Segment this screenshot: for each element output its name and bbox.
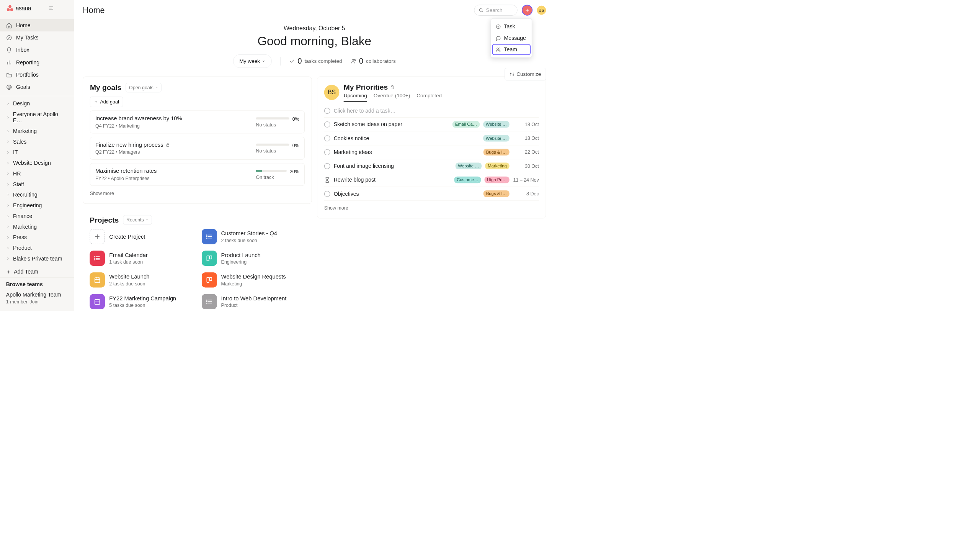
task-tag[interactable]: High Pri… xyxy=(484,177,509,184)
add-goal-label: Add goal xyxy=(100,99,119,105)
task-row[interactable]: Font and image licensing Website …Market… xyxy=(324,159,539,173)
section-item[interactable]: Engineering xyxy=(0,200,74,211)
priorities-card: BS My Priorities UpcomingOverdue (100+)C… xyxy=(317,77,546,218)
goal-item[interactable]: Maximise retention rates FY22 • Apollo E… xyxy=(90,163,305,186)
goals-filter-label: Open goals xyxy=(129,85,154,90)
search-input[interactable]: Search xyxy=(474,5,517,15)
task-row[interactable]: Cookies notice Website … 18 Oct xyxy=(324,131,539,145)
project-tile[interactable]: Email Calendar 1 task due soon xyxy=(90,251,193,266)
customize-button[interactable]: Customize xyxy=(505,68,546,80)
project-tile[interactable]: FY22 Marketing Campaign 5 tasks due soon xyxy=(90,294,193,309)
section-label: Press xyxy=(13,234,27,240)
section-label: Everyone at Apollo E… xyxy=(13,111,68,124)
section-item[interactable]: Press xyxy=(0,232,74,243)
task-row[interactable]: Objectives Bugs & I… 8 Dec xyxy=(324,187,539,201)
task-row[interactable]: Marketing ideas Bugs & I… 22 Oct xyxy=(324,145,539,159)
task-row[interactable]: Sketch some ideas on paper Email Ca…Webs… xyxy=(324,118,539,131)
section-item[interactable]: Website Design xyxy=(0,157,74,168)
project-tile[interactable]: Product Launch Engineering xyxy=(202,251,305,266)
task-checkbox[interactable] xyxy=(324,163,330,169)
task-tag[interactable]: Marketing xyxy=(485,163,509,170)
collapse-sidebar-button[interactable] xyxy=(48,5,54,11)
global-add-button[interactable]: Task Message Team xyxy=(522,5,532,15)
section-item[interactable]: Everyone at Apollo E… xyxy=(0,109,74,126)
task-tag[interactable]: Website … xyxy=(483,121,510,128)
user-avatar[interactable]: BS xyxy=(537,6,546,15)
project-icon xyxy=(202,229,217,244)
task-checkbox[interactable] xyxy=(324,121,330,128)
goal-item[interactable]: Increase brand awareness by 10% Q4 FY22 … xyxy=(90,111,305,133)
section-item[interactable]: Design xyxy=(0,98,74,109)
week-filter[interactable]: My week xyxy=(233,54,272,68)
tab-overdue[interactable]: Overdue (100+) xyxy=(374,93,410,102)
task-tag[interactable]: Bugs & I… xyxy=(483,149,510,156)
team-action-link[interactable]: Join xyxy=(30,299,39,305)
nav-item-home[interactable]: Home xyxy=(0,19,74,31)
add-menu-item-message[interactable]: Message xyxy=(491,32,532,44)
add-team-button[interactable]: Add Team xyxy=(0,266,74,277)
add-menu-item-team[interactable]: Team xyxy=(493,45,530,54)
section-item[interactable]: Product xyxy=(0,243,74,253)
goal-item[interactable]: Finalize new hiring process Q2 FY22 • Ma… xyxy=(90,137,305,159)
add-task-row[interactable]: Click here to add a task… xyxy=(324,104,539,118)
team-name[interactable]: Apollo Marketing Team xyxy=(6,292,68,298)
priorities-show-more[interactable]: Show more xyxy=(324,204,539,212)
nav-item-my-tasks[interactable]: My Tasks xyxy=(0,31,74,44)
project-tile[interactable]: Website Launch 2 tasks due soon xyxy=(90,272,193,288)
section-item[interactable]: Staff xyxy=(0,179,74,190)
task-row[interactable]: Rewrite blog post Custome…High Pri… 11 –… xyxy=(324,173,539,187)
stat-collab-num: 0 xyxy=(359,57,363,66)
task-checkbox[interactable] xyxy=(324,149,330,155)
team-name[interactable]: Customer Success xyxy=(6,310,68,311)
task-checkbox[interactable] xyxy=(324,191,330,197)
create-project-tile[interactable]: Create Project xyxy=(90,229,193,244)
section-item[interactable]: Blake's Private team xyxy=(0,253,74,264)
goal-subtitle: Q4 FY22 • Marketing xyxy=(95,123,252,129)
section-label: Staff xyxy=(13,181,24,187)
projects-filter[interactable]: Recents xyxy=(123,215,152,225)
section-item[interactable]: Finance xyxy=(0,211,74,221)
section-item[interactable]: Sales xyxy=(0,136,74,147)
svg-rect-47 xyxy=(207,256,209,261)
goal-title: Increase brand awareness by 10% xyxy=(95,115,252,122)
section-item[interactable]: Recruiting xyxy=(0,190,74,200)
nav-item-portfolios[interactable]: Portfolios xyxy=(0,69,74,81)
project-tile[interactable]: Website Design Requests Marketing xyxy=(202,272,305,288)
goals-show-more[interactable]: Show more xyxy=(90,189,305,198)
task-tag[interactable]: Email Ca… xyxy=(452,121,480,128)
svg-rect-54 xyxy=(209,277,212,280)
section-item[interactable]: HR xyxy=(0,168,74,179)
tab-upcoming[interactable]: Upcoming xyxy=(344,93,367,102)
task-checkbox[interactable] xyxy=(324,135,330,141)
logo[interactable]: asana xyxy=(6,4,31,12)
section-label: Marketing xyxy=(13,128,37,134)
chevron-right-icon xyxy=(6,257,10,261)
section-label: Finance xyxy=(13,213,32,219)
task-checkbox[interactable] xyxy=(324,108,330,114)
tab-completed[interactable]: Completed xyxy=(416,93,442,102)
nav-item-goals[interactable]: Goals xyxy=(0,81,74,93)
project-icon xyxy=(90,272,105,288)
chevron-right-icon xyxy=(6,214,10,218)
goals-filter[interactable]: Open goals xyxy=(126,83,162,92)
project-tile[interactable]: Customer Stories - Q4 2 tasks due soon xyxy=(202,229,305,244)
nav-item-label: Home xyxy=(16,22,31,28)
project-tile[interactable]: Intro to Web Development Product xyxy=(202,294,305,309)
task-tag[interactable]: Website … xyxy=(456,163,482,170)
section-item[interactable]: Marketing xyxy=(0,126,74,136)
add-goal-button[interactable]: Add goal xyxy=(90,97,123,107)
add-menu-item-task[interactable]: Task xyxy=(491,21,532,32)
svg-point-27 xyxy=(513,75,513,75)
task-tag[interactable]: Website … xyxy=(483,135,510,142)
task-name: Cookies notice xyxy=(334,135,480,141)
nav-item-reporting[interactable]: Reporting xyxy=(0,56,74,69)
section-item[interactable]: Marketing xyxy=(0,221,74,232)
people-icon xyxy=(351,58,356,64)
svg-point-40 xyxy=(206,238,207,239)
section-label: Recruiting xyxy=(13,192,38,198)
task-tag[interactable]: Bugs & I… xyxy=(483,190,510,197)
task-tag[interactable]: Custome… xyxy=(454,177,481,184)
section-item[interactable]: IT xyxy=(0,147,74,158)
section-label: Engineering xyxy=(13,202,42,208)
nav-item-inbox[interactable]: Inbox xyxy=(0,44,74,56)
